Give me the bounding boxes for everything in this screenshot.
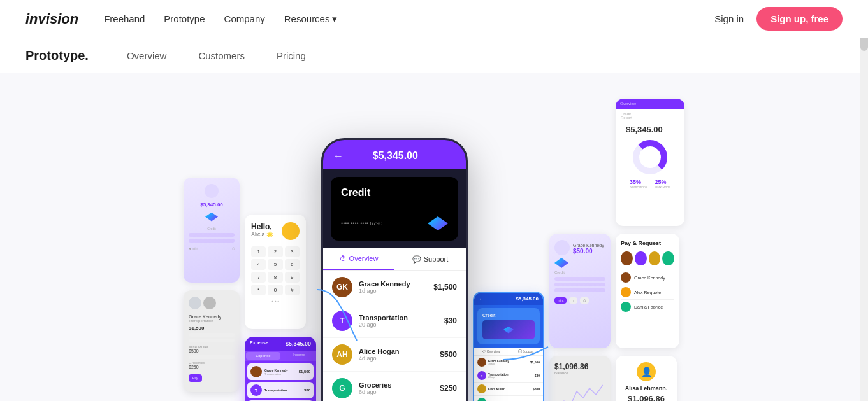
key-2[interactable]: 2: [268, 246, 282, 257]
list-item: Grace Kennedy1d ago $1,500: [474, 356, 543, 369]
far-left-gray-screen: Grace Kennedy Transportation $1,500 Alis…: [184, 290, 240, 392]
pls-tabs: Expense Income: [245, 351, 316, 361]
list-item: G Groceries $250: [474, 396, 543, 401]
purple-list-screen: Expense $5,345.00 Expense Income Grace K…: [245, 337, 316, 401]
stats-percentages: 35% Notifications 25% Dark Mode: [621, 179, 679, 189]
hls-balance: $5,345.00: [516, 296, 539, 302]
top-nav-right: Sign in Sign up, free: [714, 7, 843, 31]
nav-freehand[interactable]: Freehand: [104, 13, 145, 25]
alisa-amount: $1,096.86: [621, 394, 672, 401]
invision-logo[interactable]: invision: [25, 11, 78, 27]
rc-balance: $50.00: [573, 248, 604, 255]
key-hash[interactable]: #: [285, 285, 300, 295]
center-phone-group: ← $5,345.00 ... Credit •••• •••• •••• 67…: [321, 138, 544, 401]
nav-prototype[interactable]: Prototype: [164, 13, 205, 25]
nav-resources[interactable]: Resources ▾: [284, 13, 338, 25]
support-icon: 💬: [412, 255, 421, 264]
table-row: GK Grace Kennedy 1d ago $1,500: [323, 271, 466, 304]
subnav-overview[interactable]: Overview: [127, 50, 167, 61]
avatar: [477, 358, 486, 367]
alisa-name: Alisa Lehmann.: [621, 385, 672, 391]
list-item: Alex Requote: [621, 285, 674, 300]
table-row: G Groceries 6d ago $250: [323, 372, 466, 401]
signup-button[interactable]: Sign up, free: [756, 7, 843, 31]
pls-header: Expense $5,345.00: [245, 337, 316, 351]
txn-info: Groceries 6d ago: [359, 381, 440, 395]
key-0[interactable]: 0: [268, 285, 282, 295]
inbank-screen: $5,345.00 Credit ◀ mint ↑ ⬡ InBank: [184, 178, 240, 283]
list-item: Danila Fabrice: [621, 300, 674, 314]
hls-tab-overview[interactable]: ⏱ Overview: [474, 348, 509, 355]
key-6[interactable]: 6: [285, 259, 300, 270]
key-1[interactable]: 1: [251, 246, 266, 257]
rc-gem-icon: [554, 258, 568, 268]
hls-back-icon: ←: [479, 296, 484, 302]
tab-overview[interactable]: ⏱ Overview: [323, 248, 394, 270]
hls-tab-support[interactable]: 💬 Support: [509, 348, 543, 355]
card-chip-row: •••• •••• •••• 6790: [341, 216, 448, 230]
tab-support[interactable]: 💬 Support: [394, 248, 466, 270]
avatar: [649, 251, 661, 265]
far-left-screens: $5,345.00 Credit ◀ mint ↑ ⬡ InBank: [184, 178, 240, 392]
key-3[interactable]: 3: [285, 246, 300, 257]
balance-chart: [554, 379, 603, 401]
txn-info: Alice Hogan 4d ago: [359, 348, 440, 362]
avatar: [621, 302, 631, 312]
highlighted-screen-wrapper: ← $5,345.00 Credit ⏱ Overview 💬 Support: [473, 292, 544, 401]
avatar: [621, 287, 631, 297]
top-navigation: invision Freehand Prototype Company Reso…: [0, 0, 868, 38]
card-number: •••• •••• •••• 6790: [341, 220, 382, 227]
table-row: T Transportation 20 ago $30: [323, 304, 466, 338]
stats-amount: $5,345.00: [621, 121, 679, 136]
pls-balance: $5,345.00: [286, 341, 311, 347]
hls-transaction-list: Grace Kennedy1d ago $1,500 T Transportat…: [474, 356, 543, 401]
avatar: [621, 272, 631, 283]
sub-nav-links: Overview Customers Pricing: [127, 50, 306, 61]
subnav-customers[interactable]: Customers: [198, 50, 245, 61]
top-nav-left: invision Freehand Prototype Company Reso…: [25, 11, 337, 27]
hello-keypad: 1 2 3 4 5 6 7 8 9 * 0 #: [251, 246, 300, 295]
pls-tab-expense[interactable]: Expense: [246, 352, 280, 360]
highlighted-list-screen: ← $5,345.00 Credit ⏱ Overview 💬 Support: [474, 293, 543, 401]
key-9[interactable]: 9: [285, 272, 300, 283]
phone-tabs: ⏱ Overview 💬 Support: [323, 248, 466, 271]
right-credit-screen: Grace Kennedy $50.00 Credit mint ↑ ⬡: [549, 234, 611, 348]
key-star[interactable]: *: [251, 285, 266, 295]
key-5[interactable]: 5: [268, 259, 282, 270]
nav-company[interactable]: Company: [224, 13, 265, 25]
scrollbar[interactable]: [860, 0, 868, 401]
back-arrow-icon[interactable]: ←: [333, 150, 344, 162]
txn-info: Transportation 20 ago: [359, 314, 444, 328]
pls-tab-income[interactable]: Income: [282, 351, 316, 361]
alisa-screen: 👤 Alisa Lehmann. $1,096.86 35% 25% Notif…: [616, 356, 677, 401]
credit-card-area: Credit •••• •••• •••• 6790: [323, 169, 466, 248]
prototype-logo: Prototype.: [25, 48, 89, 63]
hello-screen: Hello, Alicia 🌟 1 2 3 4 5 6 7 8: [245, 215, 306, 329]
main-phone-header: ← $5,345.00 ...: [323, 140, 466, 169]
list-item: Grace Kennedy: [621, 271, 674, 285]
stats-screen: Overview Credit Report $5,345.00: [616, 99, 684, 226]
top-nav-links: Freehand Prototype Company Resources ▾: [104, 13, 337, 25]
screens-showcase: $5,345.00 Credit ◀ mint ↑ ⬡ InBank: [0, 86, 868, 401]
key-4[interactable]: 4: [251, 259, 266, 270]
sub-navigation: Prototype. Overview Customers Pricing: [0, 38, 868, 73]
subnav-pricing[interactable]: Pricing: [277, 50, 306, 61]
stats-donut-chart: [631, 138, 669, 176]
chevron-down-icon: ▾: [332, 13, 337, 25]
hls-card-visual: [482, 320, 535, 339]
table-row: AH Alice Hogan 4d ago $500: [323, 338, 466, 372]
alisa-avatar: 👤: [637, 362, 656, 381]
phone-balance: $5,345.00: [373, 150, 418, 162]
list-item: T Transportation $30: [247, 382, 314, 398]
right-gray-screen: $1,096.86 Balance: [549, 356, 611, 401]
list-item: T Transportation20 ago $30: [474, 369, 543, 383]
credit-card: Credit •••• •••• •••• 6790: [331, 177, 458, 241]
hls-header: ← $5,345.00: [474, 293, 543, 305]
left-screens: Hello, Alicia 🌟 1 2 3 4 5 6 7 8: [245, 215, 316, 401]
key-7[interactable]: 7: [251, 272, 266, 283]
signin-button[interactable]: Sign in: [714, 13, 744, 24]
hls-credit-card: Credit: [477, 308, 540, 344]
avatar: [621, 251, 633, 265]
key-8[interactable]: 8: [268, 272, 282, 283]
card-gem-icon: [428, 216, 448, 230]
